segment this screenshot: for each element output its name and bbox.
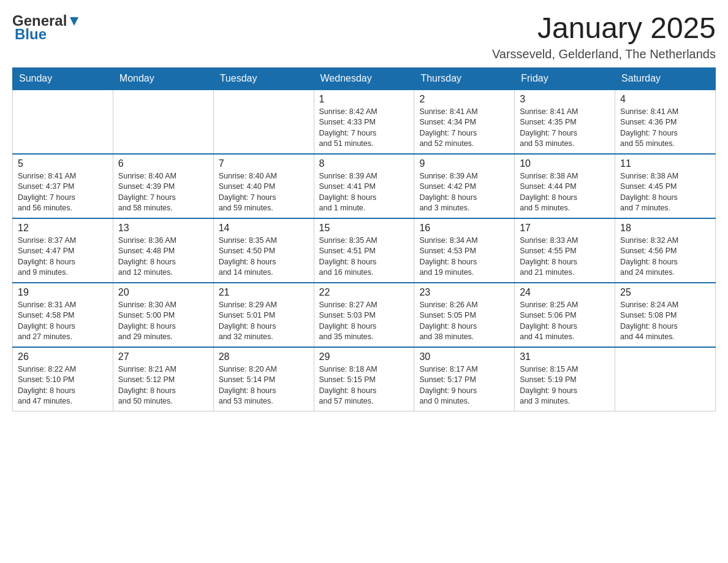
day-number: 12	[18, 223, 108, 234]
day-info: Sunrise: 8:35 AMSunset: 4:50 PMDaylight:…	[219, 236, 309, 278]
calendar-cell: 2Sunrise: 8:41 AMSunset: 4:34 PMDaylight…	[414, 90, 515, 154]
week-row-1: 1Sunrise: 8:42 AMSunset: 4:33 PMDaylight…	[13, 90, 716, 154]
day-number: 6	[118, 158, 208, 169]
day-number: 31	[520, 351, 610, 362]
day-number: 26	[18, 351, 108, 362]
calendar-cell: 11Sunrise: 8:38 AMSunset: 4:45 PMDayligh…	[615, 154, 716, 218]
day-info: Sunrise: 8:17 AMSunset: 5:17 PMDaylight:…	[419, 364, 509, 407]
day-info: Sunrise: 8:25 AMSunset: 5:06 PMDaylight:…	[520, 300, 610, 343]
logo: General Blue	[12, 12, 81, 43]
calendar-header-tuesday: Tuesday	[213, 67, 314, 90]
calendar-cell	[213, 90, 314, 154]
title-block: January 2025 Varsseveld, Gelderland, The…	[492, 12, 716, 61]
week-row-2: 5Sunrise: 8:41 AMSunset: 4:37 PMDaylight…	[13, 154, 716, 218]
day-number: 30	[419, 351, 509, 362]
calendar-cell: 7Sunrise: 8:40 AMSunset: 4:40 PMDaylight…	[213, 154, 314, 218]
day-info: Sunrise: 8:29 AMSunset: 5:01 PMDaylight:…	[219, 300, 309, 343]
week-row-3: 12Sunrise: 8:37 AMSunset: 4:47 PMDayligh…	[13, 218, 716, 283]
calendar-cell: 23Sunrise: 8:26 AMSunset: 5:05 PMDayligh…	[414, 283, 515, 347]
calendar-cell: 12Sunrise: 8:37 AMSunset: 4:47 PMDayligh…	[13, 218, 113, 283]
calendar-cell: 30Sunrise: 8:17 AMSunset: 5:17 PMDayligh…	[414, 347, 515, 412]
day-info: Sunrise: 8:42 AMSunset: 4:33 PMDaylight:…	[319, 107, 409, 150]
page-header: General Blue January 2025 Varsseveld, Ge…	[12, 12, 716, 61]
calendar-header-wednesday: Wednesday	[314, 67, 414, 90]
logo-triangle-icon	[67, 15, 81, 28]
day-number: 28	[219, 351, 309, 362]
day-number: 7	[219, 158, 309, 169]
calendar-cell: 9Sunrise: 8:39 AMSunset: 4:42 PMDaylight…	[414, 154, 515, 218]
calendar-cell: 20Sunrise: 8:30 AMSunset: 5:00 PMDayligh…	[113, 283, 213, 347]
day-number: 5	[18, 158, 108, 169]
day-info: Sunrise: 8:37 AMSunset: 4:47 PMDaylight:…	[18, 236, 108, 278]
day-info: Sunrise: 8:34 AMSunset: 4:53 PMDaylight:…	[419, 236, 509, 278]
day-number: 19	[18, 287, 108, 298]
calendar-cell: 13Sunrise: 8:36 AMSunset: 4:48 PMDayligh…	[113, 218, 213, 283]
svg-marker-0	[70, 17, 78, 26]
day-info: Sunrise: 8:38 AMSunset: 4:44 PMDaylight:…	[520, 171, 610, 214]
day-number: 27	[118, 351, 208, 362]
calendar-cell: 16Sunrise: 8:34 AMSunset: 4:53 PMDayligh…	[414, 218, 515, 283]
calendar-cell: 29Sunrise: 8:18 AMSunset: 5:15 PMDayligh…	[314, 347, 414, 412]
calendar-cell: 17Sunrise: 8:33 AMSunset: 4:55 PMDayligh…	[515, 218, 615, 283]
day-number: 13	[118, 223, 208, 234]
day-info: Sunrise: 8:39 AMSunset: 4:42 PMDaylight:…	[419, 171, 509, 214]
day-info: Sunrise: 8:38 AMSunset: 4:45 PMDaylight:…	[620, 171, 710, 214]
calendar-header-saturday: Saturday	[615, 67, 716, 90]
day-number: 18	[620, 223, 710, 234]
calendar-cell: 28Sunrise: 8:20 AMSunset: 5:14 PMDayligh…	[213, 347, 314, 412]
day-info: Sunrise: 8:41 AMSunset: 4:35 PMDaylight:…	[520, 107, 610, 150]
calendar-cell	[615, 347, 716, 412]
day-number: 2	[419, 94, 509, 105]
calendar-cell: 4Sunrise: 8:41 AMSunset: 4:36 PMDaylight…	[615, 90, 716, 154]
day-info: Sunrise: 8:39 AMSunset: 4:41 PMDaylight:…	[319, 171, 409, 214]
calendar-cell	[113, 90, 213, 154]
day-number: 21	[219, 287, 309, 298]
day-number: 11	[620, 158, 710, 169]
week-row-5: 26Sunrise: 8:22 AMSunset: 5:10 PMDayligh…	[13, 347, 716, 412]
calendar-cell: 3Sunrise: 8:41 AMSunset: 4:35 PMDaylight…	[515, 90, 615, 154]
day-number: 4	[620, 94, 710, 105]
day-info: Sunrise: 8:15 AMSunset: 5:19 PMDaylight:…	[520, 364, 610, 407]
day-number: 17	[520, 223, 610, 234]
calendar-cell: 19Sunrise: 8:31 AMSunset: 4:58 PMDayligh…	[13, 283, 113, 347]
day-number: 10	[520, 158, 610, 169]
day-info: Sunrise: 8:41 AMSunset: 4:37 PMDaylight:…	[18, 171, 108, 214]
day-info: Sunrise: 8:31 AMSunset: 4:58 PMDaylight:…	[18, 300, 108, 343]
month-title: January 2025	[492, 12, 716, 45]
calendar-table: SundayMondayTuesdayWednesdayThursdayFrid…	[12, 67, 716, 412]
day-number: 9	[419, 158, 509, 169]
day-info: Sunrise: 8:40 AMSunset: 4:40 PMDaylight:…	[219, 171, 309, 214]
day-info: Sunrise: 8:36 AMSunset: 4:48 PMDaylight:…	[118, 236, 208, 278]
day-info: Sunrise: 8:32 AMSunset: 4:56 PMDaylight:…	[620, 236, 710, 278]
day-info: Sunrise: 8:21 AMSunset: 5:12 PMDaylight:…	[118, 364, 208, 407]
day-number: 1	[319, 94, 409, 105]
day-info: Sunrise: 8:27 AMSunset: 5:03 PMDaylight:…	[319, 300, 409, 343]
calendar-cell: 21Sunrise: 8:29 AMSunset: 5:01 PMDayligh…	[213, 283, 314, 347]
calendar-cell: 10Sunrise: 8:38 AMSunset: 4:44 PMDayligh…	[515, 154, 615, 218]
day-info: Sunrise: 8:30 AMSunset: 5:00 PMDaylight:…	[118, 300, 208, 343]
day-number: 29	[319, 351, 409, 362]
day-info: Sunrise: 8:40 AMSunset: 4:39 PMDaylight:…	[118, 171, 208, 214]
day-info: Sunrise: 8:33 AMSunset: 4:55 PMDaylight:…	[520, 236, 610, 278]
day-number: 20	[118, 287, 208, 298]
calendar-cell: 5Sunrise: 8:41 AMSunset: 4:37 PMDaylight…	[13, 154, 113, 218]
calendar-header-sunday: Sunday	[13, 67, 113, 90]
day-number: 25	[620, 287, 710, 298]
calendar-cell	[13, 90, 113, 154]
day-info: Sunrise: 8:22 AMSunset: 5:10 PMDaylight:…	[18, 364, 108, 407]
calendar-header-row: SundayMondayTuesdayWednesdayThursdayFrid…	[13, 67, 716, 90]
week-row-4: 19Sunrise: 8:31 AMSunset: 4:58 PMDayligh…	[13, 283, 716, 347]
day-number: 24	[520, 287, 610, 298]
day-info: Sunrise: 8:41 AMSunset: 4:34 PMDaylight:…	[419, 107, 509, 150]
calendar-cell: 25Sunrise: 8:24 AMSunset: 5:08 PMDayligh…	[615, 283, 716, 347]
location-subtitle: Varsseveld, Gelderland, The Netherlands	[492, 47, 716, 61]
day-number: 16	[419, 223, 509, 234]
day-info: Sunrise: 8:26 AMSunset: 5:05 PMDaylight:…	[419, 300, 509, 343]
day-info: Sunrise: 8:18 AMSunset: 5:15 PMDaylight:…	[319, 364, 409, 407]
calendar-cell: 26Sunrise: 8:22 AMSunset: 5:10 PMDayligh…	[13, 347, 113, 412]
calendar-cell: 6Sunrise: 8:40 AMSunset: 4:39 PMDaylight…	[113, 154, 213, 218]
calendar-cell: 15Sunrise: 8:35 AMSunset: 4:51 PMDayligh…	[314, 218, 414, 283]
day-number: 14	[219, 223, 309, 234]
day-info: Sunrise: 8:35 AMSunset: 4:51 PMDaylight:…	[319, 236, 409, 278]
calendar-cell: 14Sunrise: 8:35 AMSunset: 4:50 PMDayligh…	[213, 218, 314, 283]
